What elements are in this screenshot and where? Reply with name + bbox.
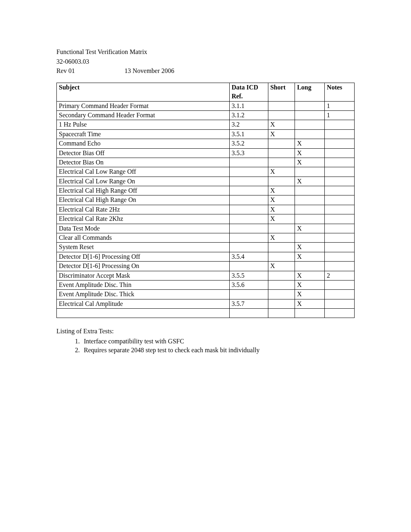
cell-ref: 3.5.2	[229, 139, 268, 148]
cell-subject: Secondary Command Header Format	[57, 110, 230, 120]
cell-short: X	[268, 195, 295, 205]
doc-title: Functional Test Verification Matrix	[56, 48, 355, 56]
cell-long: X	[295, 243, 325, 252]
cell-subject: Electrical Cal High Range Off	[57, 186, 230, 195]
cell-short: X	[268, 167, 295, 177]
cell-notes	[325, 224, 355, 233]
cell-ref: 3.5.6	[229, 280, 268, 289]
table-row: Event Amplitude Disc. Thin3.5.6X	[57, 280, 355, 289]
cell-short	[268, 309, 295, 318]
table-row: Data Test ModeX	[57, 224, 355, 233]
table-row: Detector D[1-6] Processing OnX	[57, 262, 355, 271]
cell-subject: Electrical Cal High Range On	[57, 195, 230, 205]
cell-short: X	[268, 214, 295, 224]
cell-short	[268, 252, 295, 261]
cell-long	[295, 120, 325, 129]
cell-long: X	[295, 158, 325, 167]
cell-long	[295, 205, 325, 214]
cell-notes	[325, 167, 355, 177]
document-header: Functional Test Verification Matrix 32-0…	[56, 48, 355, 75]
cell-ref: 3.1.2	[229, 110, 268, 120]
cell-long	[295, 233, 325, 243]
cell-long	[295, 110, 325, 120]
cell-ref	[229, 262, 268, 271]
cell-subject	[57, 309, 230, 318]
col-subject: Subject	[57, 83, 230, 101]
cell-notes	[325, 262, 355, 271]
table-row: Discriminator Accept Mask3.5.5X2	[57, 271, 355, 280]
doc-number: 32-06003.03	[56, 57, 355, 66]
cell-notes	[325, 186, 355, 195]
cell-notes	[325, 233, 355, 243]
cell-long: X	[295, 148, 325, 158]
cell-ref: 3.5.7	[229, 299, 268, 308]
table-row: Detector D[1-6] Processing Off3.5.4X	[57, 252, 355, 261]
cell-notes	[325, 309, 355, 318]
cell-ref	[229, 224, 268, 233]
cell-long: X	[295, 299, 325, 308]
table-row: System ResetX	[57, 243, 355, 252]
doc-rev-date: Rev 01 13 November 2006	[56, 66, 355, 75]
cell-short	[268, 243, 295, 252]
cell-ref	[229, 243, 268, 252]
cell-ref: 3.5.4	[229, 252, 268, 261]
cell-subject: 1 Hz Pulse	[57, 120, 230, 129]
table-row: Detector Bias Off3.5.3X	[57, 148, 355, 158]
cell-long	[295, 309, 325, 318]
table-row: Event Amplitude Disc. ThickX	[57, 290, 355, 299]
cell-notes	[325, 195, 355, 205]
cell-subject: Detector D[1-6] Processing Off	[57, 252, 230, 261]
cell-long	[295, 101, 325, 110]
table-row: Electrical Cal Rate 2KhzX	[57, 214, 355, 224]
cell-notes	[325, 214, 355, 224]
cell-short	[268, 271, 295, 280]
cell-notes	[325, 158, 355, 167]
cell-subject: Command Echo	[57, 139, 230, 148]
cell-subject: Discriminator Accept Mask	[57, 271, 230, 280]
cell-notes	[325, 120, 355, 129]
col-long: Long	[295, 83, 325, 101]
table-row: 1 Hz Pulse3.2X	[57, 120, 355, 129]
doc-date: 13 November 2006	[125, 67, 174, 74]
cell-ref: 3.5.5	[229, 271, 268, 280]
cell-short	[268, 224, 295, 233]
cell-ref	[229, 186, 268, 195]
col-notes: Notes	[325, 83, 355, 101]
cell-short	[268, 158, 295, 167]
cell-short: X	[268, 262, 295, 271]
table-row: Clear all CommandsX	[57, 233, 355, 243]
cell-short	[268, 110, 295, 120]
cell-subject: Event Amplitude Disc. Thick	[57, 290, 230, 299]
cell-subject: Spacecraft Time	[57, 129, 230, 139]
cell-subject: Detector D[1-6] Processing On	[57, 262, 230, 271]
cell-long	[295, 129, 325, 139]
cell-ref: 3.2	[229, 120, 268, 129]
table-row: Primary Command Header Format3.1.11	[57, 101, 355, 110]
cell-subject: Clear all Commands	[57, 233, 230, 243]
col-short: Short	[268, 83, 295, 101]
cell-notes	[325, 243, 355, 252]
cell-short: X	[268, 233, 295, 243]
table-row: Electrical Cal Amplitude3.5.7X	[57, 299, 355, 308]
cell-short	[268, 139, 295, 148]
cell-long: X	[295, 177, 325, 186]
cell-subject: Electrical Cal Low Range On	[57, 177, 230, 186]
cell-ref	[229, 177, 268, 186]
cell-long: X	[295, 252, 325, 261]
cell-ref	[229, 158, 268, 167]
table-row: Electrical Cal High Range OnX	[57, 195, 355, 205]
table-row: Electrical Cal Rate 2HzX	[57, 205, 355, 214]
cell-ref: 3.1.1	[229, 101, 268, 110]
table-row: Electrical Cal Low Range OnX	[57, 177, 355, 186]
cell-long	[295, 195, 325, 205]
cell-long	[295, 262, 325, 271]
table-row: Command Echo3.5.2X	[57, 139, 355, 148]
cell-subject: Electrical Cal Rate 2Khz	[57, 214, 230, 224]
table-row: Secondary Command Header Format3.1.21	[57, 110, 355, 120]
cell-long	[295, 167, 325, 177]
col-ref: Data ICD Ref.	[229, 83, 268, 101]
cell-short	[268, 148, 295, 158]
cell-notes	[325, 177, 355, 186]
cell-notes: 1	[325, 110, 355, 120]
cell-ref: 3.5.3	[229, 148, 268, 158]
